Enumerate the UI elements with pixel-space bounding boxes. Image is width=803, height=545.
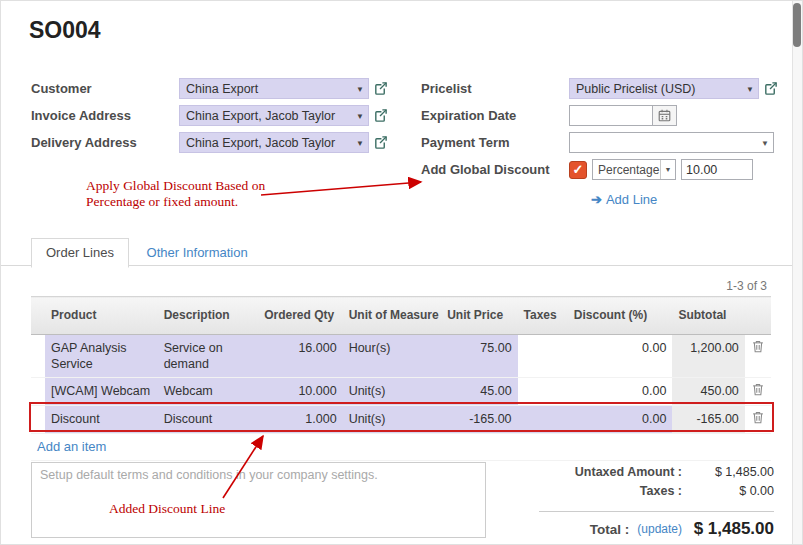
cell-discount[interactable]: 0.00: [568, 335, 673, 378]
cell-unit-price[interactable]: 45.00: [441, 378, 517, 406]
table-header-row: Product Description Ordered Qty Unit of …: [31, 297, 771, 335]
page-title: SO004: [29, 17, 101, 44]
pricelist-value: Public Pricelist (USD): [576, 82, 695, 96]
cell-product[interactable]: Discount: [45, 406, 158, 434]
payment-term-label: Payment Term: [421, 135, 569, 150]
add-item-row: Add an item: [31, 434, 771, 461]
customer-value: China Export: [186, 82, 258, 96]
cell-discount[interactable]: 0.00: [568, 378, 673, 406]
arrow-to-global-discount: [261, 182, 421, 195]
col-unit-of-measure: Unit of Measure: [343, 297, 442, 335]
calendar-icon[interactable]: [653, 105, 677, 126]
customer-field[interactable]: China Export ▼: [179, 78, 369, 99]
external-link-icon[interactable]: [763, 81, 778, 96]
cell-product[interactable]: [WCAM] Webcam: [45, 378, 158, 406]
col-unit-price: Unit Price: [441, 297, 517, 335]
expiration-date-label: Expiration Date: [421, 108, 569, 123]
delete-row-icon[interactable]: [752, 340, 764, 357]
totals-panel: Untaxed Amount : $ 1,485.00 Taxes : $ 0.…: [539, 465, 774, 542]
chevron-down-icon: ▼: [356, 139, 364, 148]
cell-ordered-qty[interactable]: 16.000: [258, 335, 342, 378]
cell-unit-of-measure[interactable]: Unit(s): [343, 378, 442, 406]
cell-ordered-qty[interactable]: 10.000: [258, 378, 342, 406]
col-ordered-qty: Ordered Qty: [258, 297, 342, 335]
discount-type-value: Percentage: [598, 163, 659, 177]
pricelist-label: Pricelist: [421, 81, 569, 96]
add-line-button[interactable]: ➔Add Line: [591, 192, 657, 207]
row-handle: [31, 335, 45, 378]
cell-unit-price[interactable]: 75.00: [441, 335, 517, 378]
chevron-down-icon: ▼: [746, 85, 754, 94]
row-handle: [31, 378, 45, 406]
cell-subtotal: -165.00: [672, 406, 744, 434]
discount-amount-input[interactable]: [681, 159, 753, 180]
cell-taxes[interactable]: [518, 406, 568, 434]
expiration-date-input[interactable]: [569, 105, 653, 126]
pricelist-field[interactable]: Public Pricelist (USD) ▼: [569, 78, 759, 99]
cell-unit-price[interactable]: -165.00: [441, 406, 517, 434]
global-discount-checkbox[interactable]: ✓: [569, 161, 587, 179]
handle-col-header: [31, 297, 45, 335]
delivery-address-field[interactable]: China Export, Jacob Taylor ▼: [179, 132, 369, 153]
external-link-icon[interactable]: [373, 81, 388, 96]
untaxed-amount-value: $ 1,485.00: [682, 465, 774, 479]
taxes-label: Taxes :: [539, 484, 682, 498]
delivery-address-value: China Export, Jacob Taylor: [186, 136, 335, 150]
cell-description[interactable]: Service on demand: [158, 335, 259, 378]
delete-row-icon[interactable]: [752, 383, 764, 400]
terms-textarea[interactable]: [31, 462, 486, 538]
taxes-value: $ 0.00: [682, 484, 774, 498]
table-row-discount[interactable]: Discount Discount 1.000 Unit(s) -165.00 …: [31, 406, 771, 434]
add-an-item-link[interactable]: Add an item: [37, 439, 106, 454]
cell-ordered-qty[interactable]: 1.000: [258, 406, 342, 434]
table-row[interactable]: [WCAM] Webcam Webcam 10.000 Unit(s) 45.0…: [31, 378, 771, 406]
cell-product[interactable]: GAP Analysis Service: [45, 335, 158, 378]
chevron-down-icon: ▼: [660, 160, 675, 179]
annotation-line: Apply Global Discount Based on: [86, 178, 265, 194]
cell-unit-of-measure[interactable]: Unit(s): [343, 406, 442, 434]
totals-divider: [539, 511, 774, 512]
annotation-line: Percentage or fixed amount.: [86, 194, 265, 210]
add-line-label: Add Line: [606, 192, 657, 207]
chevron-down-icon: ▼: [356, 85, 364, 94]
delete-row-icon[interactable]: [752, 411, 764, 428]
cell-taxes[interactable]: [518, 378, 568, 406]
global-discount-label: Add Global Discount: [421, 162, 569, 177]
cell-subtotal: 1,200.00: [672, 335, 744, 378]
cell-taxes[interactable]: [518, 335, 568, 378]
cell-discount[interactable]: 0.00: [568, 406, 673, 434]
scrollbar-thumb[interactable]: [793, 3, 801, 47]
arrow-right-icon: ➔: [591, 192, 602, 207]
customer-label: Customer: [31, 81, 179, 96]
discount-type-select[interactable]: Percentage ▼: [592, 159, 676, 180]
terms-notes-area: [31, 462, 486, 541]
sale-order-form: SO004 Customer China Export ▼ Invoice Ad…: [0, 0, 803, 545]
chevron-down-icon: ▼: [761, 139, 769, 148]
row-handle: [31, 406, 45, 434]
form-right-column: Pricelist Public Pricelist (USD) ▼ Expir…: [421, 75, 781, 211]
cell-unit-of-measure[interactable]: Hour(s): [343, 335, 442, 378]
total-value: $ 1,485.00: [682, 519, 774, 539]
notebook-tabs: Order Lines Other Information: [1, 237, 803, 266]
col-description: Description: [158, 297, 259, 335]
form-left-column: Customer China Export ▼ Invoice Address …: [31, 75, 411, 156]
cell-description[interactable]: Webcam: [158, 378, 259, 406]
invoice-address-field[interactable]: China Export, Jacob Taylor ▼: [179, 105, 369, 126]
total-label: Total :: [539, 522, 629, 537]
pager[interactable]: 1-3 of 3: [726, 279, 767, 293]
col-subtotal: Subtotal: [672, 297, 744, 335]
tab-order-lines[interactable]: Order Lines: [31, 238, 129, 268]
order-lines-table: Product Description Ordered Qty Unit of …: [31, 296, 771, 461]
cell-subtotal: 450.00: [672, 378, 744, 406]
payment-term-select[interactable]: ▼: [569, 132, 774, 153]
external-link-icon[interactable]: [373, 108, 388, 123]
scrollbar-track[interactable]: [792, 1, 802, 545]
cell-description[interactable]: Discount: [158, 406, 259, 434]
update-total-link[interactable]: (update): [637, 522, 682, 536]
tab-other-information[interactable]: Other Information: [133, 239, 262, 267]
table-row[interactable]: GAP Analysis Service Service on demand 1…: [31, 335, 771, 378]
chevron-down-icon: ▼: [356, 112, 364, 121]
col-discount: Discount (%): [568, 297, 673, 335]
annotation-global-discount: Apply Global Discount Based on Percentag…: [86, 178, 265, 210]
external-link-icon[interactable]: [373, 135, 388, 150]
